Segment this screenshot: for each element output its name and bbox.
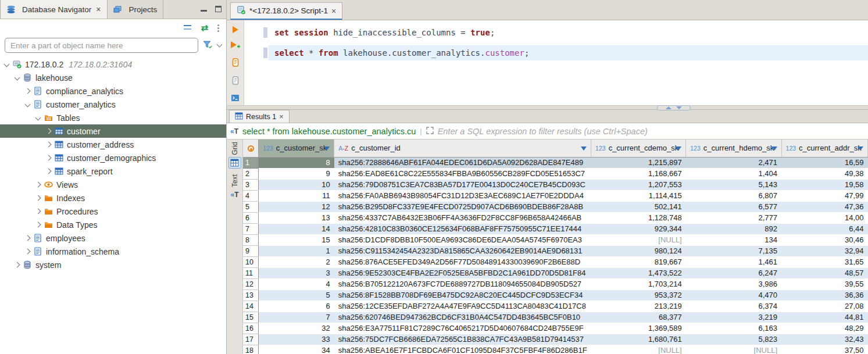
tab-database-navigator[interactable]: Database Navigator × xyxy=(0,0,108,19)
tree-item-system[interactable]: system xyxy=(0,258,226,271)
cell-c_customer_id[interactable]: sha256:8F1528BB708DF69EB475DC92A8C20EC44… xyxy=(334,289,591,301)
row-number[interactable]: 3 xyxy=(243,179,259,190)
row-number[interactable]: 14 xyxy=(243,301,259,312)
row-number[interactable]: 1 xyxy=(243,157,259,168)
cell-c_current_cdemo_sk[interactable]: 819,667 xyxy=(591,256,686,267)
expand-node-icon[interactable] xyxy=(46,142,52,148)
expand-node-icon[interactable] xyxy=(35,195,41,201)
cell-c_current_addr_sk[interactable]: 19,58 xyxy=(781,179,867,190)
cell-c_current_cdemo_sk[interactable]: 213,219 xyxy=(591,301,686,312)
tab-results-1[interactable]: Results 1 × xyxy=(229,110,290,123)
open-console-icon[interactable] xyxy=(231,94,240,103)
column-header-c_current_addr_sk[interactable]: 123c_current_addr_sk xyxy=(781,140,867,157)
cell-c_customer_id[interactable]: sha256:72888646ABF61FA044EDEC061D6DA5A09… xyxy=(334,157,591,168)
cell-c_customer_id[interactable]: sha256:75DC7FCB6686EDA72565C1B838CA7FC43… xyxy=(334,334,591,345)
cell-c_current_addr_sk[interactable]: 49,38 xyxy=(781,168,867,179)
minimize-icon[interactable] xyxy=(201,10,207,12)
cell-c_customer_sk[interactable]: 4 xyxy=(259,278,334,289)
cell-c_current_hdemo_sk[interactable]: 3,986 xyxy=(686,278,781,289)
collapse-up-icon[interactable] xyxy=(666,106,671,109)
tree-item-employees[interactable]: employees xyxy=(0,231,226,245)
cell-c_customer_id[interactable]: sha256:E3A77511F81C7289C76C4065217D5D406… xyxy=(334,323,591,334)
sql-line[interactable]: set session hide_inaccessible_columns = … xyxy=(244,25,868,40)
expand-node-icon[interactable] xyxy=(25,88,31,94)
column-dropdown-icon[interactable] xyxy=(581,146,587,151)
cell-c_current_hdemo_sk[interactable]: [NULL] xyxy=(686,345,781,354)
expand-node-icon[interactable] xyxy=(25,235,31,241)
cell-c_customer_id[interactable]: sha256:ABEA16E7F1FCBDCA6F01CF1095D84F37C… xyxy=(334,345,591,354)
cell-c_current_cdemo_sk[interactable]: 1,128,748 xyxy=(591,212,686,223)
execute-script-icon[interactable] xyxy=(231,58,240,69)
cell-c_current_hdemo_sk[interactable]: 6,247 xyxy=(686,267,781,278)
row-number[interactable]: 17 xyxy=(243,334,259,345)
collapse-node-icon[interactable] xyxy=(15,75,20,81)
cell-c_customer_id[interactable]: sha256:620746BED947362BCD6CF31B0A4C547DD… xyxy=(334,312,591,323)
column-header-c_customer_sk[interactable]: 123c_customer_sk xyxy=(259,140,334,157)
sql-editor-content[interactable]: set session hide_inaccessible_columns = … xyxy=(244,20,868,105)
cell-c_current_cdemo_sk[interactable]: 1,703,214 xyxy=(591,278,686,289)
cell-c_current_cdemo_sk[interactable]: 929,344 xyxy=(591,223,686,234)
expand-filter-icon[interactable] xyxy=(426,127,434,136)
filter-funnel-icon[interactable] xyxy=(203,40,213,51)
row-number[interactable]: 9 xyxy=(243,245,259,256)
cell-c_current_hdemo_sk[interactable]: 6,374 xyxy=(686,301,781,312)
row-number[interactable]: 6 xyxy=(243,212,259,223)
row-number[interactable]: 8 xyxy=(243,234,259,245)
expand-node-icon[interactable] xyxy=(35,182,41,188)
cell-c_customer_id[interactable]: sha256:FA0ABB6943B98054FC31D12D3E3AEC689… xyxy=(334,190,591,201)
cell-c_customer_sk[interactable]: 12 xyxy=(259,201,334,212)
cell-c_current_addr_sk[interactable]: 27,08 xyxy=(781,301,867,312)
cell-c_current_hdemo_sk[interactable]: 6,577 xyxy=(686,201,781,212)
column-dropdown-icon[interactable] xyxy=(858,146,863,151)
cell-c_current_hdemo_sk[interactable]: 2,777 xyxy=(686,212,781,223)
cell-c_current_cdemo_sk[interactable]: 1,680,761 xyxy=(591,334,686,345)
view-menu-icon[interactable] xyxy=(217,24,219,26)
expand-node-icon[interactable] xyxy=(46,155,52,161)
tab-projects[interactable]: Projects xyxy=(108,0,164,19)
row-number[interactable]: 15 xyxy=(243,312,259,323)
execute-statement-icon[interactable] xyxy=(233,26,238,33)
cell-c_current_addr_sk[interactable]: 14,00 xyxy=(781,212,867,223)
expand-node-icon[interactable] xyxy=(46,169,52,174)
row-number[interactable]: 12 xyxy=(243,278,259,289)
cell-c_current_hdemo_sk[interactable]: 1,404 xyxy=(686,168,781,179)
tree-item-spark-report[interactable]: spark_report xyxy=(0,165,226,178)
expand-node-icon[interactable] xyxy=(25,249,31,255)
cell-c_customer_id[interactable]: sha256:EAD8E61C8C22E555834FBBA9B60556CB2… xyxy=(334,168,591,179)
cell-c_current_cdemo_sk[interactable]: [NULL] xyxy=(591,234,686,245)
cell-c_customer_id[interactable]: sha256:876ACE5EFED349A2D56F77D5084891433… xyxy=(334,256,591,267)
cell-c_current_addr_sk[interactable]: 36,36 xyxy=(781,289,867,301)
cell-c_customer_sk[interactable]: 32 xyxy=(259,323,334,334)
cell-c_current_hdemo_sk[interactable]: 7,135 xyxy=(686,245,781,256)
collapse-down-icon[interactable] xyxy=(676,106,682,109)
row-number[interactable]: 2 xyxy=(243,168,259,179)
tree-item-views[interactable]: Views xyxy=(0,178,226,191)
cell-c_current_hdemo_sk[interactable]: 892 xyxy=(686,223,781,234)
cell-c_customer_sk[interactable]: 8 xyxy=(259,157,334,168)
cell-c_customer_id[interactable]: sha256:42810C83B0360CE125634F068BAF8FF75… xyxy=(334,223,591,234)
cell-c_current_addr_sk[interactable]: 32,43 xyxy=(781,334,867,345)
chevron-down-icon[interactable] xyxy=(217,42,223,48)
cell-c_current_hdemo_sk[interactable]: 1,461 xyxy=(686,256,781,267)
link-with-editor-icon[interactable]: ⇄ xyxy=(201,23,208,32)
cell-c_current_cdemo_sk[interactable]: 1,369,589 xyxy=(591,323,686,334)
cell-c_current_addr_sk[interactable]: 39,55 xyxy=(781,278,867,289)
cell-c_current_cdemo_sk[interactable]: 1,215,897 xyxy=(591,157,686,168)
cell-c_customer_id[interactable]: sha256:B295D8FC337E9E4FECD0725D907ACD6B6… xyxy=(334,201,591,212)
cell-c_customer_sk[interactable]: 2 xyxy=(259,256,334,267)
cell-c_customer_sk[interactable]: 10 xyxy=(259,179,334,190)
expand-node-icon[interactable] xyxy=(35,222,41,228)
cell-c_customer_sk[interactable]: 1 xyxy=(259,245,334,256)
close-tab-icon[interactable]: × xyxy=(279,112,284,121)
explain-plan-icon[interactable] xyxy=(231,76,240,87)
cell-c_current_addr_sk[interactable]: 31,65 xyxy=(781,256,867,267)
cell-c_customer_sk[interactable]: 3 xyxy=(259,267,334,278)
row-number[interactable]: 10 xyxy=(243,256,259,267)
editor-results-splitter[interactable] xyxy=(227,105,868,110)
cell-c_customer_id[interactable]: sha256:9E52303CE4FBA2E2F0525E8A5BFBD2C1A… xyxy=(334,267,591,278)
cell-c_customer_id[interactable]: sha256:D1CDF8DBB10F500EA9693C86DE6DEAA05… xyxy=(334,234,591,245)
collapse-node-icon[interactable] xyxy=(25,102,31,108)
sql-line[interactable]: select * from lakehouse.customer_analyti… xyxy=(244,45,868,60)
row-number[interactable]: 5 xyxy=(243,201,259,212)
cell-c_customer_sk[interactable]: 33 xyxy=(259,334,334,345)
